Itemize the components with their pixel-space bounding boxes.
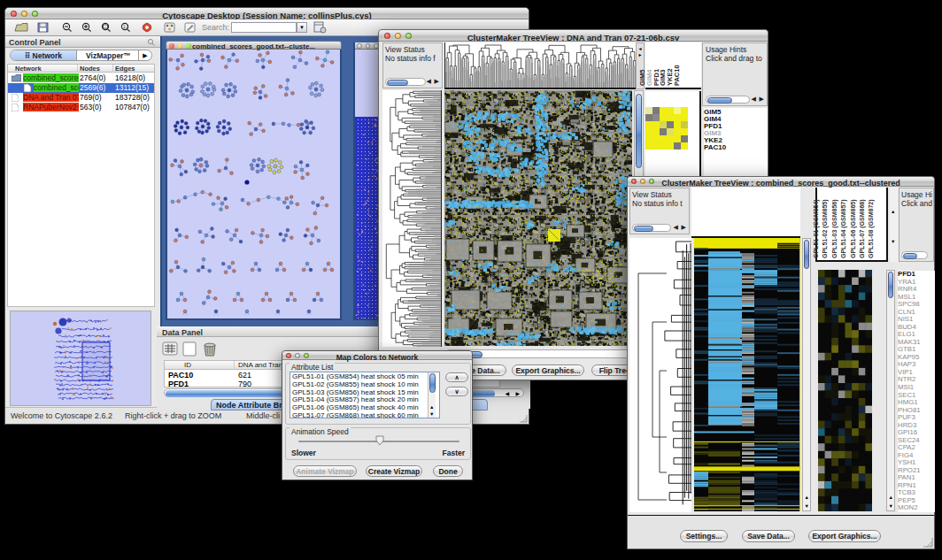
svg-text:1:1: 1:1: [123, 25, 129, 29]
